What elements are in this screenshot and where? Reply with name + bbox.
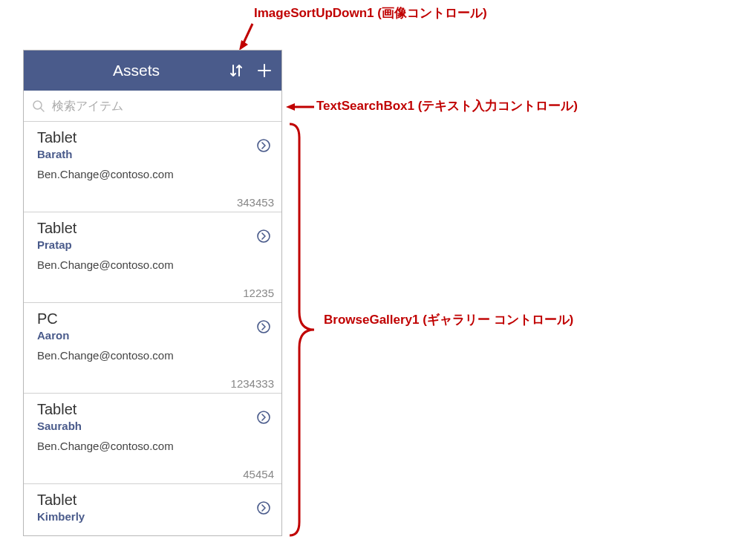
item-number: 12235 [243,287,274,299]
item-number: 45454 [243,468,274,480]
arrow-left-icon [286,100,316,114]
search-bar [24,91,281,122]
list-item[interactable]: Tablet Saurabh Ben.Change@contoso.com 45… [24,394,281,484]
app-panel: Assets [23,50,282,536]
svg-line-5 [41,108,44,111]
list-item[interactable]: Tablet Barath Ben.Change@contoso.com 343… [24,122,281,212]
item-title: Tablet [37,492,270,509]
item-title: Tablet [37,401,270,418]
list-item[interactable]: Tablet Kimberly [24,484,281,535]
search-input[interactable] [52,100,274,113]
item-owner: Saurabh [37,420,270,432]
item-email: Ben.Change@contoso.com [37,349,270,362]
arrow-right-circle-icon[interactable] [256,501,271,515]
annotation-sort-label: ImageSortUpDown1 (画像コントロール) [254,4,487,22]
list-item[interactable]: PC Aaron Ben.Change@contoso.com 1234333 [24,303,281,394]
arrow-right-circle-icon[interactable] [256,138,271,153]
item-owner: Kimberly [37,510,270,523]
svg-point-9 [258,411,270,423]
list-item[interactable]: Tablet Pratap Ben.Change@contoso.com 122… [24,212,281,303]
item-number: 1234333 [231,377,274,390]
sort-updown-icon[interactable] [227,61,246,80]
item-title: PC [37,310,270,327]
arrow-right-circle-icon[interactable] [256,229,271,244]
annotation-search-label: TextSearchBox1 (テキスト入力コントロール) [316,97,578,114]
browse-gallery: Tablet Barath Ben.Change@contoso.com 343… [24,122,281,535]
svg-marker-12 [286,103,295,111]
svg-point-10 [258,502,270,514]
svg-point-8 [258,321,270,333]
item-owner: Barath [37,148,270,160]
header-title: Assets [113,62,160,79]
svg-point-6 [258,140,270,151]
item-email: Ben.Change@contoso.com [37,258,270,271]
arrow-right-circle-icon[interactable] [256,319,271,334]
svg-marker-1 [239,40,248,50]
plus-icon[interactable] [255,61,274,80]
svg-point-7 [258,230,270,242]
item-owner: Aaron [37,329,270,342]
arrow-down-left-icon [239,22,255,50]
search-icon [31,99,46,114]
brace-icon [286,123,316,537]
svg-point-4 [33,101,42,109]
item-title: Tablet [37,220,270,237]
item-title: Tablet [37,129,270,146]
annotation-gallery-label: BrowseGallery1 (ギャラリー コントロール) [324,311,573,328]
item-number: 343453 [237,196,274,209]
app-header: Assets [24,50,281,91]
item-email: Ben.Change@contoso.com [37,440,270,452]
item-owner: Pratap [37,238,270,251]
arrow-right-circle-icon[interactable] [256,410,271,425]
item-email: Ben.Change@contoso.com [37,168,270,180]
